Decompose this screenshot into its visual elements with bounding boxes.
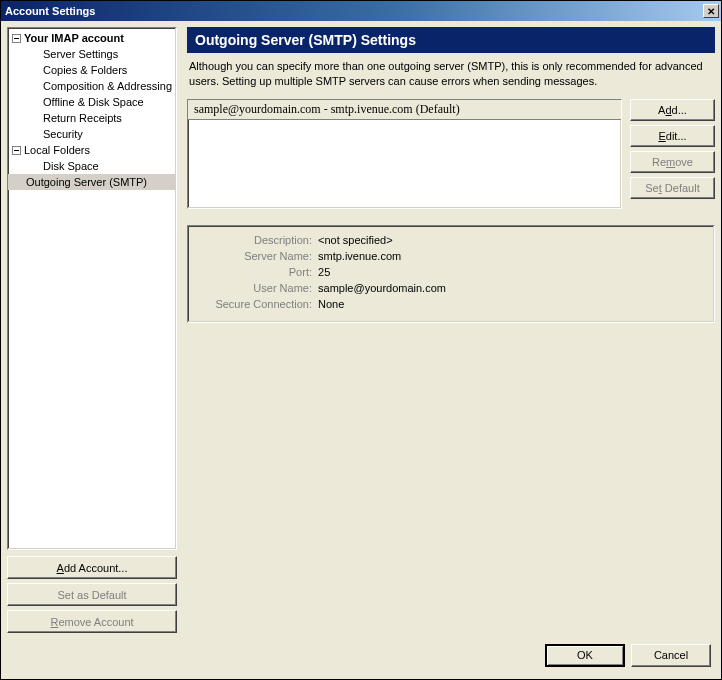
tree-item-security[interactable]: Security: [8, 126, 176, 142]
account-settings-window: Account Settings ✕ Your IMAP account Ser…: [0, 0, 722, 680]
detail-user-name: User Name: sample@yourdomain.com: [188, 282, 706, 294]
detail-port: Port: 25: [188, 266, 706, 278]
collapse-icon[interactable]: [12, 34, 21, 43]
tree-label: Your IMAP account: [24, 30, 124, 46]
remove-account-button[interactable]: Remove Account: [7, 610, 177, 633]
tree-item-local-folders[interactable]: Local Folders: [8, 142, 176, 158]
account-tree[interactable]: Your IMAP account Server Settings Copies…: [7, 27, 177, 550]
panel-title: Outgoing Server (SMTP) Settings: [187, 27, 715, 53]
detail-description: Description: <not specified>: [188, 234, 706, 246]
set-default-server-button[interactable]: Set Default: [630, 177, 715, 199]
tree-item-server-settings[interactable]: Server Settings: [8, 46, 176, 62]
list-row[interactable]: sample@yourdomain.com - smtp.ivenue.com …: [188, 100, 621, 120]
tree-item-imap[interactable]: Your IMAP account: [8, 30, 176, 46]
detail-server-name: Server Name: smtp.ivenue.com: [188, 250, 706, 262]
tree-buttons: Add Account... Set as Default Remove Acc…: [7, 556, 177, 633]
add-server-button[interactable]: Add...: [630, 99, 715, 121]
tree-item-copies-folders[interactable]: Copies & Folders: [8, 62, 176, 78]
tree-item-composition[interactable]: Composition & Addressing: [8, 78, 176, 94]
smtp-server-list[interactable]: sample@yourdomain.com - smtp.ivenue.com …: [187, 99, 622, 209]
window-title: Account Settings: [3, 5, 703, 17]
detail-secure-connection: Secure Connection: None: [188, 298, 706, 310]
remove-server-button[interactable]: Remove: [630, 151, 715, 173]
edit-server-button[interactable]: Edit...: [630, 125, 715, 147]
set-as-default-button[interactable]: Set as Default: [7, 583, 177, 606]
close-button[interactable]: ✕: [703, 4, 719, 18]
tree-item-outgoing-smtp[interactable]: Outgoing Server (SMTP): [8, 174, 176, 190]
close-icon: ✕: [707, 6, 715, 17]
left-pane: Your IMAP account Server Settings Copies…: [7, 27, 177, 633]
titlebar: Account Settings ✕: [1, 1, 721, 21]
list-body: [188, 120, 621, 124]
server-row: sample@yourdomain.com - smtp.ivenue.com …: [187, 99, 715, 209]
content-area: Your IMAP account Server Settings Copies…: [1, 21, 721, 639]
ok-button[interactable]: OK: [545, 644, 625, 667]
cancel-button[interactable]: Cancel: [631, 644, 711, 667]
tree-item-return-receipts[interactable]: Return Receipts: [8, 110, 176, 126]
collapse-icon[interactable]: [12, 146, 21, 155]
server-buttons: Add... Edit... Remove Set Default: [630, 99, 715, 209]
server-details: Description: <not specified> Server Name…: [187, 225, 715, 323]
tree-item-disk-space[interactable]: Disk Space: [8, 158, 176, 174]
dialog-footer: OK Cancel: [1, 639, 721, 679]
tree-item-offline[interactable]: Offline & Disk Space: [8, 94, 176, 110]
right-pane: Outgoing Server (SMTP) Settings Although…: [187, 27, 715, 633]
panel-description: Although you can specify more than one o…: [187, 59, 715, 99]
add-account-button[interactable]: Add Account...: [7, 556, 177, 579]
